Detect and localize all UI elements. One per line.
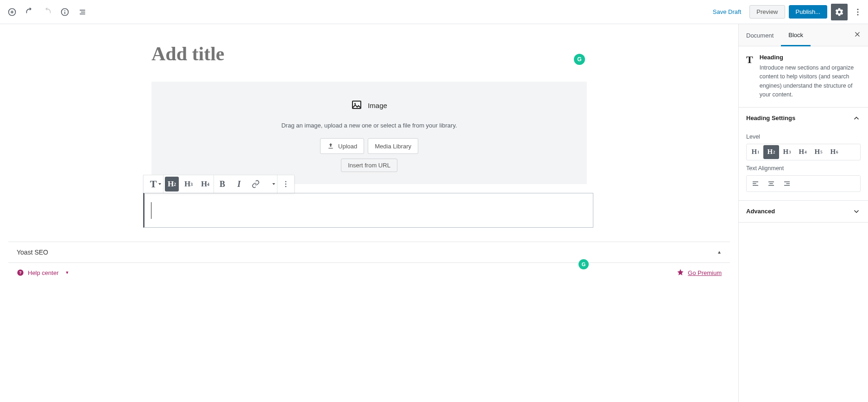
svg-point-15 (285, 184, 287, 185)
block-summary: T Heading Introduce new sections and org… (739, 46, 868, 108)
block-title: Heading (760, 54, 861, 61)
sidebar-close-button[interactable] (847, 26, 868, 45)
heading-text-input[interactable] (143, 193, 593, 228)
yoast-title: Yoast SEO (17, 249, 48, 256)
image-icon (351, 99, 362, 112)
grammarly-inline-icon[interactable]: G (579, 259, 589, 269)
block-toolbar: T H2 H3 H4 B I (143, 175, 295, 193)
grammarly-badge-icon[interactable]: G (574, 54, 585, 65)
align-left-button[interactable] (748, 177, 763, 191)
preview-button[interactable]: Preview (749, 5, 785, 19)
go-premium-link[interactable]: Go Premium (688, 269, 722, 276)
star-icon (677, 268, 684, 277)
media-library-button[interactable]: Media Library (368, 138, 418, 154)
advanced-toggle[interactable]: Advanced (739, 201, 868, 222)
yoast-seo-panel: Yoast SEO ▲ ? Help center ▼ Go Premium (8, 242, 730, 283)
svg-point-11 (857, 14, 859, 15)
more-rich-text-button[interactable] (264, 175, 277, 193)
settings-sidebar: Document Block T Heading Introduce new s… (738, 24, 868, 402)
svg-text:?: ? (19, 270, 21, 275)
save-draft-button[interactable]: Save Draft (708, 6, 746, 18)
text-alignment-label: Text Alignment (746, 165, 861, 172)
image-block-placeholder: Image Drag an image, upload a new one or… (151, 82, 587, 184)
bold-button[interactable]: B (214, 175, 231, 193)
heading-block: T H2 H3 H4 B I (143, 175, 593, 228)
level-h6[interactable]: H6 (826, 145, 842, 159)
caret-down-icon: ▼ (65, 270, 69, 275)
block-type-switcher[interactable]: T (144, 175, 163, 193)
post-title-input[interactable] (151, 43, 587, 65)
content-info-button[interactable] (57, 4, 73, 20)
level-h3[interactable]: H3 (779, 145, 795, 159)
level-h5[interactable]: H5 (811, 145, 826, 159)
editor-canvas[interactable]: G Image Drag an image, upload a new one … (0, 24, 738, 402)
level-h4[interactable]: H4 (795, 145, 811, 159)
redo-button[interactable] (39, 4, 56, 20)
settings-toggle-button[interactable] (831, 4, 848, 20)
align-center-button[interactable] (763, 177, 779, 191)
outline-button[interactable] (74, 4, 91, 20)
tab-block[interactable]: Block (781, 24, 811, 46)
italic-button[interactable]: I (231, 175, 247, 193)
undo-button[interactable] (21, 4, 38, 20)
tab-document[interactable]: Document (739, 25, 781, 45)
top-toolbar: Save Draft Preview Publish... (0, 0, 868, 24)
svg-point-14 (285, 181, 287, 182)
svg-point-16 (285, 186, 287, 187)
insert-from-url-button[interactable]: Insert from URL (341, 159, 397, 172)
block-more-options-button[interactable] (277, 175, 294, 193)
heading-settings-toggle[interactable]: Heading Settings (739, 108, 868, 129)
svg-point-13 (354, 103, 356, 104)
caret-up-icon: ▲ (717, 249, 722, 255)
level-h1[interactable]: H1 (748, 145, 763, 159)
level-h2[interactable]: H2 (763, 145, 779, 159)
image-block-label: Image (368, 102, 387, 109)
heading-level-picker: H1 H2 H3 H4 H5 H6 (746, 144, 861, 160)
heading-h3-button[interactable]: H3 (180, 175, 197, 193)
more-options-button[interactable] (851, 4, 864, 20)
align-right-button[interactable] (779, 177, 795, 191)
chevron-up-icon (852, 114, 861, 122)
heading-type-icon: T (746, 54, 753, 100)
heading-settings-section: Heading Settings Level H1 H2 H3 H4 H5 H6… (739, 108, 868, 201)
svg-point-9 (857, 8, 859, 10)
text-alignment-picker (746, 175, 861, 192)
level-label: Level (746, 134, 861, 140)
svg-point-10 (857, 11, 859, 13)
yoast-help-center-button[interactable]: ? Help center ▼ (17, 269, 69, 276)
upload-button[interactable]: Upload (320, 138, 364, 154)
chevron-down-icon (852, 207, 861, 216)
yoast-panel-toggle[interactable]: Yoast SEO ▲ (8, 242, 730, 262)
link-button[interactable] (247, 175, 264, 193)
add-block-button[interactable] (4, 4, 20, 20)
publish-button[interactable]: Publish... (789, 5, 827, 19)
advanced-section: Advanced (739, 201, 868, 223)
heading-h2-button[interactable]: H2 (165, 177, 179, 191)
svg-point-5 (64, 10, 65, 11)
image-block-description: Drag an image, upload a new one or selec… (161, 122, 578, 129)
heading-h4-button[interactable]: H4 (197, 175, 214, 193)
block-description: Introduce new sections and organize cont… (760, 64, 861, 100)
